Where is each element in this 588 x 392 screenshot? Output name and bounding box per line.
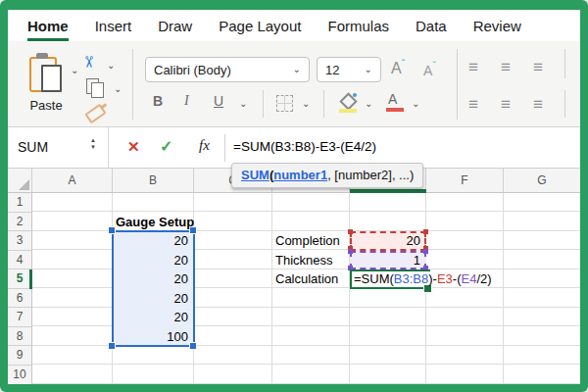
underline-button[interactable]: U <box>214 93 223 109</box>
format-painter-icon[interactable] <box>84 104 108 120</box>
reference-handle[interactable] <box>423 229 428 234</box>
copy-front-page-icon <box>91 82 104 98</box>
row-header-1[interactable]: 1 <box>8 193 32 213</box>
font-size-select[interactable]: 12 ⌄ <box>317 57 381 82</box>
italic-button[interactable]: I <box>184 93 189 109</box>
separator <box>457 49 458 120</box>
cell-B2[interactable]: Gauge Setup <box>116 213 192 232</box>
grow-font-letter: A <box>391 60 402 76</box>
tab-review[interactable]: Review <box>473 10 521 41</box>
select-all-corner[interactable] <box>8 169 32 193</box>
gridline <box>349 193 350 384</box>
align-center-button[interactable]: ≡ <box>501 96 511 113</box>
copy-dropdown-chevron-icon[interactable]: ⌄ <box>114 84 122 94</box>
tab-formulas[interactable]: Formulas <box>327 10 389 41</box>
selection-handle[interactable] <box>108 226 116 234</box>
font-color-button[interactable]: A <box>386 91 404 113</box>
underline-dropdown-chevron-icon[interactable]: ⌄ <box>239 99 247 109</box>
gridline <box>271 193 272 384</box>
name-box[interactable]: SUM ▲ ▼ <box>8 127 109 168</box>
shrink-font-button[interactable]: Aˇ <box>423 60 436 78</box>
formula-text: =SUM( <box>354 271 394 286</box>
row-header-10[interactable]: 10 <box>8 366 32 385</box>
column-header-F[interactable]: F <box>426 169 504 193</box>
active-column-indicator <box>350 189 426 193</box>
function-name-link[interactable]: SUM <box>241 168 270 182</box>
row-header-6[interactable]: 6 <box>8 289 32 309</box>
tab-data[interactable]: Data <box>416 10 447 41</box>
bold-button[interactable]: B <box>153 93 163 109</box>
column-header-G[interactable]: G <box>504 169 580 193</box>
selection-handle[interactable] <box>189 342 197 350</box>
cell-E3[interactable]: 20 <box>354 231 420 251</box>
tab-home[interactable]: Home <box>27 10 69 41</box>
borders-dropdown-chevron-icon[interactable]: ⌄ <box>302 99 310 109</box>
cancel-button[interactable]: ✕ <box>127 138 140 156</box>
fill-color-chevron-icon[interactable]: ⌄ <box>365 99 372 109</box>
row-header-3[interactable]: 3 <box>8 231 32 251</box>
row-header-8[interactable]: 8 <box>8 327 32 347</box>
paste-label: Paste <box>18 98 74 113</box>
gridline <box>503 193 504 384</box>
cell-E4[interactable]: 1 <box>354 251 420 270</box>
align-left-button[interactable]: ≡ <box>468 96 478 113</box>
row-header-2[interactable]: 2 <box>8 213 32 232</box>
font-name-select[interactable]: Calibri (Body) ⌄ <box>145 57 310 82</box>
cell-B8[interactable]: 100 <box>116 327 188 347</box>
cell-D3[interactable]: Completion <box>275 231 349 251</box>
confirm-button[interactable]: ✓ <box>160 137 172 156</box>
paste-button[interactable] <box>27 53 67 94</box>
name-box-spinner[interactable]: ▲ ▼ <box>90 137 96 151</box>
align-bottom-button[interactable]: ≡ <box>533 59 543 75</box>
fill-color-swatch <box>339 109 357 113</box>
spinner-up-icon: ▲ <box>90 137 96 144</box>
borders-button[interactable] <box>276 95 293 112</box>
spreadsheet-grid[interactable]: A B C D E F G 1 2 3 4 5 6 7 8 9 10 <box>8 169 580 384</box>
name-box-value: SUM <box>18 139 48 155</box>
cut-dropdown-chevron-icon[interactable]: ⌄ <box>107 61 115 71</box>
ribbon-tab-bar: Home Insert Draw Page Layout Formulas Da… <box>8 10 580 41</box>
formula-ref-range: B3:B8 <box>394 271 428 286</box>
cell-B7[interactable]: 20 <box>116 308 188 327</box>
insert-function-button[interactable]: fx <box>199 137 210 154</box>
cell-B4[interactable]: 20 <box>116 251 188 270</box>
cell-D4[interactable]: Thickness <box>275 251 349 270</box>
font-color-chevron-icon[interactable]: ⌄ <box>412 99 419 109</box>
formula-text: /2) <box>476 271 491 286</box>
align-middle-button[interactable]: ≡ <box>501 59 511 75</box>
paste-dropdown-chevron-icon[interactable]: ⌄ <box>71 66 78 75</box>
formula-ref-e4: E4 <box>461 271 476 286</box>
function-screentip: SUM(number1, [number2], ...) <box>231 163 423 188</box>
separator <box>224 134 225 162</box>
cell-E5-formula-edit[interactable]: =SUM(B3:B8)-E3-(E4/2) <box>354 270 492 289</box>
cell-B3[interactable]: 20 <box>116 231 188 251</box>
row-header-9[interactable]: 9 <box>8 346 32 366</box>
column-header-B[interactable]: B <box>113 169 194 193</box>
chevron-down-icon: ⌄ <box>365 65 372 74</box>
paint-drop-icon <box>353 93 357 97</box>
tooltip-remaining-args: , [number2], ...) <box>327 168 414 182</box>
separator <box>263 90 264 118</box>
tab-draw[interactable]: Draw <box>158 10 192 41</box>
cell-B6[interactable]: 20 <box>116 289 188 309</box>
row-header-7[interactable]: 7 <box>8 308 32 327</box>
column-header-A[interactable]: A <box>32 169 113 193</box>
fill-color-button[interactable] <box>339 92 359 114</box>
cut-scissors-icon[interactable]: ✂ <box>79 56 98 69</box>
tab-page-layout[interactable]: Page Layout <box>219 10 301 41</box>
grow-font-button[interactable]: Aˆ <box>391 58 405 77</box>
formula-input[interactable]: =SUM(B3:B8)-E3-(E4/2) <box>233 139 376 154</box>
separator <box>564 49 565 78</box>
tab-insert[interactable]: Insert <box>95 10 132 41</box>
copy-icon[interactable] <box>86 78 108 98</box>
reference-handle[interactable] <box>423 249 428 254</box>
corner-triangle-icon <box>19 179 29 190</box>
cell-B5[interactable]: 20 <box>116 270 188 289</box>
selection-handle[interactable] <box>108 342 116 350</box>
shrink-font-letter: A <box>423 63 432 78</box>
excel-window: Home Insert Draw Page Layout Formulas Da… <box>0 0 588 392</box>
align-top-button[interactable]: ≡ <box>468 59 478 75</box>
row-header-4[interactable]: 4 <box>8 251 32 270</box>
align-right-button[interactable]: ≡ <box>533 96 543 113</box>
cell-D5[interactable]: Calculation <box>275 270 349 289</box>
